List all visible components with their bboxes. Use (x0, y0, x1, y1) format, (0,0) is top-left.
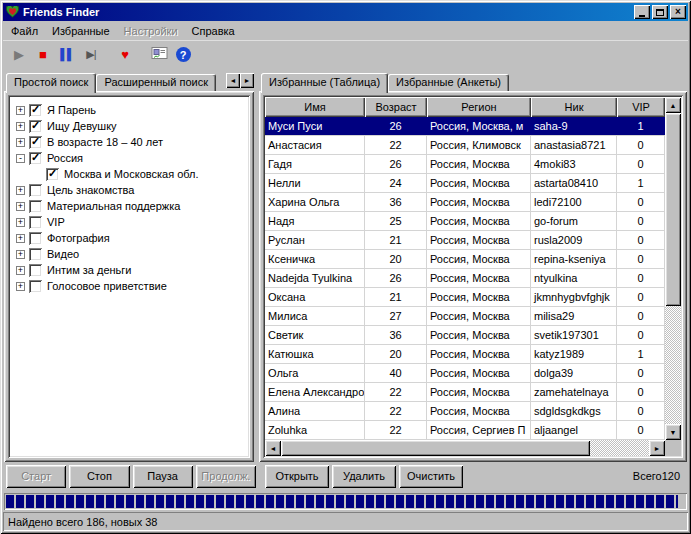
table-row[interactable]: Ольга40Россия, Москваdolga390 (265, 364, 665, 383)
tree-checkbox[interactable] (29, 152, 42, 165)
horizontal-scrollbar-thumb[interactable] (281, 440, 590, 456)
tree-checkbox[interactable] (29, 136, 42, 149)
tree-checkbox[interactable] (29, 232, 42, 245)
table-row[interactable]: Руслан21Россия, Москваrusla20090 (265, 231, 665, 250)
table-row[interactable]: Оксана21Россия, Москваjkmnhygbvfghjk0 (265, 288, 665, 307)
help-button[interactable]: ? (171, 43, 195, 67)
favorites-control-buttons: ОткрытьУдалитьОчистить (265, 465, 463, 488)
table-row[interactable]: Нелли24Россия, Москваastarta084101 (265, 174, 665, 193)
vertical-scrollbar[interactable]: ▲ ▼ (665, 97, 681, 440)
table-row[interactable]: Ксеничка20Россия, Москваrepina-kseniya0 (265, 250, 665, 269)
tree-item[interactable]: +Видео (16, 246, 246, 262)
search-tab[interactable]: Расширенный поиск (96, 74, 216, 91)
tree-expander-icon[interactable]: - (16, 154, 25, 163)
search-control-button[interactable]: Стоп (69, 465, 129, 488)
tree-item[interactable]: +Голосовое приветствие (16, 278, 246, 294)
tab-scroll-right-icon[interactable]: ► (240, 73, 254, 88)
column-header-vip[interactable]: VIP (617, 97, 665, 117)
table-row[interactable]: Милиса27Россия, Москваmilisa290 (265, 307, 665, 326)
minimize-button[interactable] (634, 5, 650, 19)
column-header-region[interactable]: Регион (427, 97, 531, 117)
cell-name: Руслан (265, 231, 365, 249)
tree-item[interactable]: +Я Парень (16, 102, 246, 118)
column-header-name[interactable]: Имя (265, 97, 365, 117)
pause-search-button[interactable]: ▌▌ (55, 43, 79, 67)
scroll-up-icon[interactable]: ▲ (665, 97, 681, 113)
title-bar[interactable]: Friends Finder × (3, 3, 688, 21)
vertical-scrollbar-thumb[interactable] (665, 113, 681, 306)
scroll-left-icon[interactable]: ◄ (265, 440, 281, 456)
favorites-control-button[interactable]: Очистить (399, 465, 463, 488)
tree-expander-icon[interactable]: + (16, 266, 25, 275)
favorites-control-button[interactable]: Удалить (332, 465, 396, 488)
tree-checkbox[interactable] (29, 264, 42, 277)
tab-scroll-left-icon[interactable]: ◄ (226, 73, 240, 88)
search-control-button[interactable]: Продолж. (196, 465, 256, 488)
profiles-button[interactable] (147, 43, 171, 67)
cell-age: 22 (365, 421, 427, 439)
favorites-tab[interactable]: Избранные (Анкеты) (388, 74, 509, 91)
tree-expander-icon[interactable]: + (16, 186, 25, 195)
search-tab[interactable]: Простой поиск (6, 73, 96, 93)
tree-expander-icon[interactable]: + (16, 202, 25, 211)
maximize-button[interactable] (652, 5, 668, 19)
cell-age: 40 (365, 364, 427, 382)
table-row[interactable]: Анастасия22Россия, Климовскanastasia8721… (265, 136, 665, 155)
tree-checkbox[interactable] (29, 184, 42, 197)
column-header-nick[interactable]: Ник (531, 97, 617, 117)
tree-item[interactable]: +Материальная поддержка (16, 198, 246, 214)
start-search-button[interactable]: ▶ (7, 43, 31, 67)
search-control-button[interactable]: Пауза (133, 465, 193, 488)
table-row[interactable]: Елена Александров22Россия, Москваzamehat… (265, 383, 665, 402)
table-row[interactable]: Катюшка20Россия, Москваkatyz19891 (265, 345, 665, 364)
table-row[interactable]: Zoluhka22Россия, Сергиев Пaljaangel0 (265, 421, 665, 440)
tree-checkbox[interactable] (29, 104, 42, 117)
tree-checkbox[interactable] (29, 280, 42, 293)
tree-expander-icon[interactable]: + (16, 234, 25, 243)
search-control-button[interactable]: Старт (6, 465, 66, 488)
tree-expander-icon[interactable]: + (16, 218, 25, 227)
table-row[interactable]: Алина22Россия, Москваsdgldsgkdkgs0 (265, 402, 665, 421)
tree-item-label: Россия (47, 152, 83, 164)
stop-search-button[interactable]: ■ (31, 43, 55, 67)
table-row[interactable]: Муси Пуси26Россия, Москва, мsaha-91 (265, 117, 665, 136)
favorites-tab[interactable]: Избранные (Таблица) (261, 73, 388, 93)
table-row[interactable]: Харина Ольга36Россия, Москваledi721000 (265, 193, 665, 212)
tree-item[interactable]: +Цель знакомства (16, 182, 246, 198)
tree-checkbox[interactable] (29, 248, 42, 261)
table-row[interactable]: Гадя26Россия, Москва4moki830 (265, 155, 665, 174)
favorites-control-button[interactable]: Открыть (265, 465, 329, 488)
table-row[interactable]: Надя25Россия, Москваgo-forum0 (265, 212, 665, 231)
tree-item[interactable]: +VIP (16, 214, 246, 230)
menu-item[interactable]: Файл (4, 23, 45, 39)
horizontal-scrollbar[interactable]: ◄ ► (265, 440, 665, 456)
menu-item[interactable]: Справка (185, 23, 242, 39)
cell-name: Елена Александров (265, 383, 365, 401)
scroll-right-icon[interactable]: ► (649, 440, 665, 456)
tree-expander-icon[interactable]: + (16, 122, 25, 131)
search-tab-row: Простой поискРасширенный поиск ◄ ► (4, 71, 254, 91)
menu-item[interactable]: Настройки (117, 23, 185, 39)
tree-expander-icon[interactable]: + (16, 106, 25, 115)
tree-item[interactable]: +Ищу Девушку (16, 118, 246, 134)
column-header-age[interactable]: Возраст (365, 97, 427, 117)
tree-checkbox[interactable] (29, 120, 42, 133)
tree-item[interactable]: Москва и Московская обл. (33, 166, 246, 182)
tree-expander-icon[interactable]: + (16, 250, 25, 259)
tree-checkbox[interactable] (29, 216, 42, 229)
tree-item[interactable]: +Интим за деньги (16, 262, 246, 278)
tree-item[interactable]: -Россия (16, 150, 246, 166)
menu-item[interactable]: Избранные (45, 23, 117, 39)
tree-checkbox[interactable] (46, 168, 59, 181)
tree-item[interactable]: +В возрасте 18 – 40 лет (16, 134, 246, 150)
scroll-down-icon[interactable]: ▼ (665, 424, 681, 440)
table-row[interactable]: Nadejda Tyulkina26Россия, Москваntyulkin… (265, 269, 665, 288)
tree-expander-icon[interactable]: + (16, 138, 25, 147)
tree-item[interactable]: +Фотография (16, 230, 246, 246)
resume-search-button[interactable]: ▶| (79, 43, 103, 67)
tree-expander-icon[interactable]: + (16, 282, 25, 291)
favorites-button[interactable]: ♥ (113, 43, 137, 67)
table-row[interactable]: Светик36Россия, Москваsvetik1973010 (265, 326, 665, 345)
tree-checkbox[interactable] (29, 200, 42, 213)
close-button[interactable]: × (670, 5, 686, 19)
